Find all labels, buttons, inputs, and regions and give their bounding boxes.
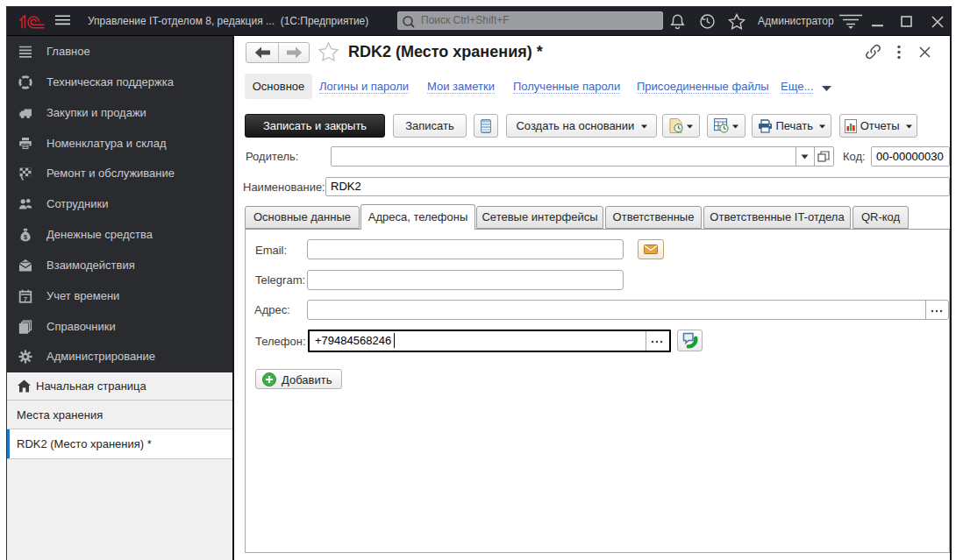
svg-text:7: 7 <box>24 295 28 303</box>
